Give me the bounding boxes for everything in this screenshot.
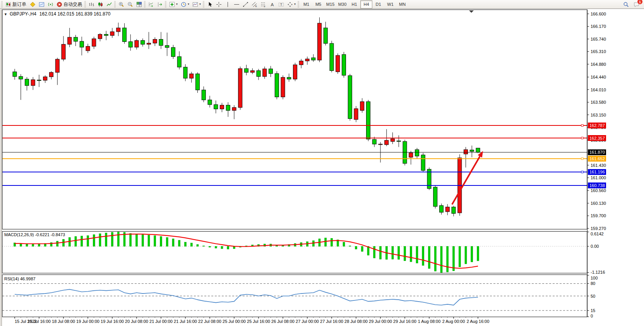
candlestick-chart-button[interactable] bbox=[96, 0, 105, 9]
price-tick-label: 160.130 bbox=[591, 201, 606, 206]
candle-body bbox=[183, 67, 187, 78]
cursor-button[interactable] bbox=[206, 0, 214, 9]
candle-body bbox=[50, 72, 53, 77]
macd-histogram-bar bbox=[477, 246, 479, 261]
timeframe-d1[interactable]: D1 bbox=[372, 0, 384, 9]
hline-icon bbox=[234, 2, 240, 7]
chart-title[interactable]: ▼GBPJPY-,H4162.014 162.015 161.839 161.8… bbox=[4, 11, 110, 17]
timeframe-w1[interactable]: W1 bbox=[384, 0, 396, 9]
window-left-edge bbox=[0, 9, 2, 326]
search-button[interactable] bbox=[622, 0, 630, 9]
arrows-dropdown-button[interactable]: ▾ bbox=[286, 0, 297, 9]
line-handle[interactable] bbox=[581, 137, 583, 139]
navigator-button[interactable] bbox=[28, 0, 37, 9]
candle-body bbox=[299, 61, 303, 65]
time-axis-label: 20 Jul 08:00 bbox=[125, 319, 148, 324]
timeframe-m30[interactable]: M30 bbox=[336, 0, 348, 9]
candle-body bbox=[31, 80, 35, 86]
candle-body bbox=[25, 79, 29, 86]
horizontal-line-button[interactable] bbox=[232, 0, 241, 9]
notifications-button[interactable]: 1 bbox=[632, 0, 641, 9]
macd-histogram-bar bbox=[160, 237, 162, 246]
candle-body bbox=[269, 69, 273, 74]
timeframe-m5[interactable]: M5 bbox=[312, 0, 324, 9]
candle-body bbox=[312, 58, 315, 60]
rsi-tick-label: 80 bbox=[591, 281, 595, 286]
macd-histogram-bar bbox=[26, 244, 28, 246]
signal-button[interactable] bbox=[46, 0, 55, 9]
candle-body bbox=[354, 109, 358, 120]
toolbar-grip bbox=[84, 1, 86, 8]
fibonacci-button[interactable]: F bbox=[259, 0, 268, 9]
chart-shift-button[interactable] bbox=[156, 0, 164, 9]
macd-pane[interactable] bbox=[2, 232, 587, 273]
symbol-dropdown-icon[interactable]: ▼ bbox=[4, 12, 7, 16]
indicators-dropdown-button[interactable]: ▾ bbox=[168, 0, 179, 9]
macd-histogram-bar bbox=[416, 246, 418, 263]
timeframe-m15[interactable]: M15 bbox=[324, 0, 336, 9]
add-indicator-icon bbox=[169, 2, 175, 7]
candle-body bbox=[452, 207, 456, 214]
line-handle[interactable] bbox=[581, 124, 583, 126]
price-line-label: 160.738 bbox=[589, 183, 605, 188]
text-label-button[interactable]: T bbox=[277, 0, 286, 9]
line-chart-button[interactable] bbox=[105, 0, 114, 9]
time-axis-label: 2 Aug 16:00 bbox=[467, 319, 490, 324]
candle-body bbox=[250, 70, 254, 72]
line-handle[interactable] bbox=[581, 158, 583, 160]
channel-button[interactable]: E bbox=[250, 0, 259, 9]
time-axis-label: 28 Jul 08:00 bbox=[344, 319, 368, 324]
zoom-out-icon bbox=[127, 2, 133, 7]
candle-body bbox=[19, 77, 23, 79]
trendline-button[interactable] bbox=[241, 0, 250, 9]
timeframe-h1[interactable]: H1 bbox=[348, 0, 360, 9]
arrows-icon bbox=[287, 2, 293, 7]
crosshair-button[interactable] bbox=[214, 0, 223, 9]
macd-histogram-bar bbox=[440, 246, 442, 273]
svg-text:F: F bbox=[264, 5, 265, 7]
price-line-label: 161.196 bbox=[589, 170, 605, 174]
macd-tick-label: 0.00 bbox=[591, 244, 599, 249]
price-tick-label: 161.430 bbox=[591, 163, 606, 168]
chart-canvas[interactable]: 166.600166.170165.740165.310164.880164.4… bbox=[0, 0, 644, 326]
periods-dropdown-button[interactable]: ▾ bbox=[179, 0, 191, 9]
timeframe-m1[interactable]: M1 bbox=[300, 0, 312, 9]
macd-histogram-bar bbox=[117, 232, 119, 246]
line-handle[interactable] bbox=[581, 171, 583, 173]
tile-windows-button[interactable] bbox=[135, 0, 144, 9]
chart-window-button[interactable] bbox=[37, 0, 46, 9]
zoom-in-button[interactable] bbox=[117, 0, 126, 9]
auto-scroll-button[interactable] bbox=[147, 0, 156, 9]
time-axis-label: 25 Jul 16:00 bbox=[247, 319, 270, 324]
price-tick-label: 165.740 bbox=[591, 37, 606, 41]
auto-trading-button[interactable]: 自动交易 bbox=[55, 0, 84, 9]
macd-histogram-bar bbox=[373, 246, 375, 258]
candle-body bbox=[86, 46, 90, 51]
text-button[interactable]: A bbox=[268, 0, 277, 9]
zoom-out-button[interactable] bbox=[126, 0, 135, 9]
price-line-label: 161.652 bbox=[589, 156, 605, 161]
macd-histogram-bar bbox=[154, 235, 156, 246]
candle-body bbox=[409, 153, 413, 157]
macd-histogram-bar bbox=[410, 246, 412, 262]
zoom-in-icon bbox=[118, 2, 124, 7]
timeframe-h4[interactable]: H4 bbox=[360, 0, 372, 9]
candle-body bbox=[397, 141, 401, 142]
dropdown-caret-icon: ▾ bbox=[176, 3, 178, 6]
macd-histogram-bar bbox=[215, 246, 217, 248]
templates-dropdown-button[interactable]: ▾ bbox=[191, 0, 202, 9]
candle-body bbox=[37, 80, 41, 81]
vertical-line-button[interactable] bbox=[223, 0, 232, 9]
new-order-button[interactable]: 新订单 bbox=[4, 0, 28, 9]
time-axis-label: 15 Jul 16:00 bbox=[27, 319, 51, 324]
rsi-tick-label: 100 bbox=[591, 276, 598, 280]
svg-text:T: T bbox=[280, 2, 282, 6]
candle-body bbox=[196, 74, 200, 90]
macd-histogram-bar bbox=[136, 234, 138, 246]
timeframe-mn[interactable]: MN bbox=[396, 0, 408, 9]
main-chart-pane[interactable] bbox=[2, 10, 587, 229]
price-tick-label: 159.270 bbox=[591, 226, 606, 231]
new-order-button-label: 新订单 bbox=[12, 1, 27, 8]
bar-chart-button[interactable] bbox=[87, 0, 96, 9]
vline-icon bbox=[225, 2, 231, 7]
